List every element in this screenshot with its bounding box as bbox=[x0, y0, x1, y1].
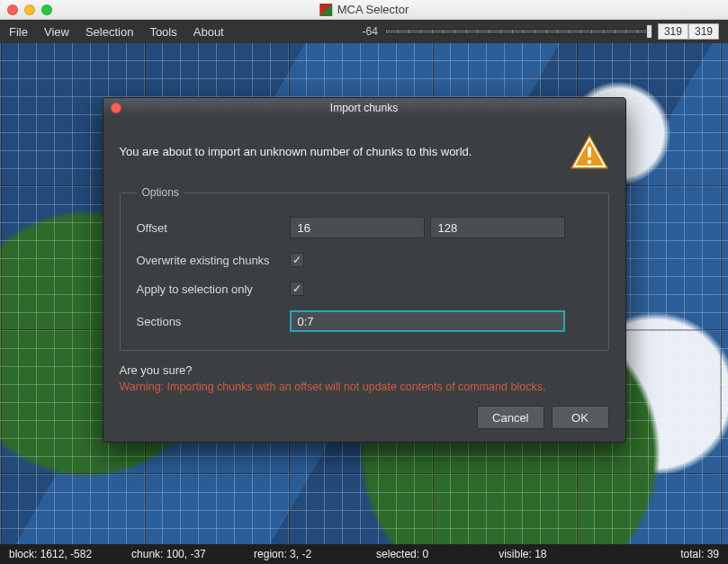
svg-point-1 bbox=[587, 160, 590, 164]
menu-selection[interactable]: Selection bbox=[85, 25, 133, 39]
dialog-body: You are about to import an unknown numbe… bbox=[103, 118, 625, 442]
offset-z-input[interactable] bbox=[430, 217, 565, 238]
svg-rect-0 bbox=[588, 147, 591, 157]
menu-view[interactable]: View bbox=[44, 25, 69, 39]
height-slider-values: 319 319 bbox=[658, 23, 719, 40]
confirm-question: Are you sure? bbox=[120, 363, 609, 377]
status-selected: selected: 0 bbox=[376, 548, 499, 560]
status-region: region: 3, -2 bbox=[254, 548, 376, 560]
height-slider-ticks bbox=[386, 30, 650, 33]
ok-button[interactable]: OK bbox=[552, 406, 609, 429]
traffic-lights bbox=[7, 4, 52, 15]
status-block: block: 1612, -582 bbox=[9, 548, 131, 560]
dialog-titlebar: Import chunks bbox=[103, 98, 625, 118]
overwrite-label: Overwrite existing chunks bbox=[137, 254, 290, 267]
dialog-headline: You are about to import an unknown numbe… bbox=[120, 144, 472, 161]
import-chunks-dialog: Import chunks You are about to import an… bbox=[103, 97, 626, 443]
height-slider-thumb[interactable] bbox=[646, 24, 652, 39]
options-group: Options Offset Overwrite existing chunks… bbox=[120, 186, 609, 351]
window-title-text: MCA Selector bbox=[337, 3, 409, 16]
offset-label: Offset bbox=[137, 221, 290, 235]
menu-about[interactable]: About bbox=[193, 25, 224, 39]
map-viewport[interactable]: Import chunks You are about to import an… bbox=[0, 43, 728, 544]
sections-label: Sections bbox=[137, 315, 290, 328]
height-slider-value-a: 319 bbox=[658, 23, 688, 40]
menu-file[interactable]: File bbox=[9, 25, 28, 39]
dialog-close-button[interactable] bbox=[111, 103, 121, 113]
warning-icon bbox=[570, 134, 609, 170]
offset-x-input[interactable] bbox=[290, 217, 425, 238]
selection-only-label: Apply to selection only bbox=[137, 282, 290, 296]
status-total: total: 39 bbox=[621, 548, 719, 560]
sections-input[interactable] bbox=[290, 310, 565, 332]
status-chunk: chunk: 100, -37 bbox=[131, 548, 254, 560]
app-icon bbox=[319, 4, 332, 16]
height-slider-min: -64 bbox=[355, 25, 378, 38]
options-legend: Options bbox=[137, 186, 184, 199]
minimize-window-button[interactable] bbox=[24, 4, 35, 15]
height-slider-value-b: 319 bbox=[688, 23, 719, 40]
menu-tools[interactable]: Tools bbox=[149, 25, 176, 39]
statusbar: block: 1612, -582 chunk: 100, -37 region… bbox=[0, 544, 728, 564]
window-titlebar: MCA Selector bbox=[0, 0, 728, 20]
height-slider-area: -64 319 319 bbox=[355, 23, 719, 40]
cancel-button[interactable]: Cancel bbox=[477, 406, 544, 429]
status-visible: visible: 18 bbox=[499, 548, 621, 560]
overwrite-checkbox[interactable] bbox=[290, 253, 304, 267]
dialog-title: Import chunks bbox=[330, 102, 398, 114]
offset-warning: Warning: Importing chunks with an offset… bbox=[120, 380, 609, 393]
modal-backdrop: Import chunks You are about to import an… bbox=[0, 43, 728, 544]
menubar: File View Selection Tools About -64 319 … bbox=[0, 20, 728, 43]
zoom-window-button[interactable] bbox=[41, 4, 52, 15]
close-window-button[interactable] bbox=[7, 4, 18, 15]
height-slider[interactable] bbox=[385, 29, 651, 34]
window-title: MCA Selector bbox=[319, 3, 409, 16]
selection-only-checkbox[interactable] bbox=[290, 282, 304, 296]
